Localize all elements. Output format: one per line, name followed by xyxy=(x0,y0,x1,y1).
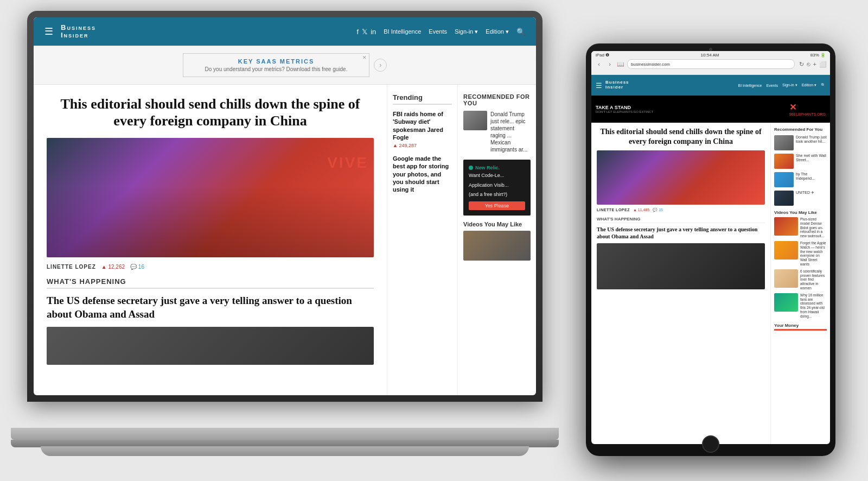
tablet-ad-content: TAKE A STAND DON'T LET ELEPHANTS GO EXTI… xyxy=(596,105,653,113)
tablet-sidebar-item-2[interactable]: She met with Wall Street... xyxy=(774,154,827,169)
article-upvotes[interactable]: ▲ 12,262 xyxy=(101,264,125,270)
tablet-sidebar-item-3[interactable]: by The Independ... xyxy=(774,172,827,187)
tablet-video-text-3: 6 scientifically proven features men fin… xyxy=(800,269,827,290)
whats-happening-label: What's Happening xyxy=(47,277,374,289)
add-icon[interactable]: + xyxy=(813,61,816,68)
sub-headline[interactable]: The US defense secretary just gave a ver… xyxy=(47,294,374,321)
tablet-bi-intelligence[interactable]: BI Intelligence xyxy=(738,84,762,87)
tablet-sidebar-text-4: UNITED ✈ xyxy=(796,191,814,206)
tablet-video-item-3[interactable]: 6 scientifically proven features men fin… xyxy=(774,269,827,290)
tablet-main: This editorial should send chills down t… xyxy=(591,123,830,444)
tablet-ad-org: 96ELEPHANTS.ORG xyxy=(789,112,826,116)
tablet-search-icon[interactable]: 🔍 xyxy=(821,83,826,87)
sidebar-ad-button[interactable]: Yes Please xyxy=(469,201,525,210)
status-right: 83% 🔋 xyxy=(810,53,826,58)
events-link[interactable]: Events xyxy=(429,28,447,35)
tablet-sidebar-item-1[interactable]: Donald Trump just took another hit... xyxy=(774,135,827,150)
tabs-icon[interactable]: ⬜ xyxy=(819,61,827,68)
tablet-comments[interactable]: 💬 15 xyxy=(653,208,663,212)
recommended-title: Recommended For You xyxy=(463,93,531,106)
article-meta: LINETTE LOPEZ ▲ 12,262 💬 16 xyxy=(47,264,374,270)
vive-text: VIVE xyxy=(327,154,368,172)
brand-name: New Relic. xyxy=(475,165,500,170)
linkedin-icon[interactable]: in xyxy=(371,28,376,36)
tablet-sidebar-item-4[interactable]: UNITED ✈ xyxy=(774,191,827,206)
tablet-header-right: BI Intelligence Events Sign-in ▾ Edition… xyxy=(738,83,826,87)
tablet-ad-right: ✕ 96ELEPHANTS.ORG xyxy=(789,102,826,116)
forward-button[interactable]: › xyxy=(605,61,614,67)
search-icon[interactable]: 🔍 xyxy=(516,28,525,36)
ad-close[interactable]: ✕ xyxy=(362,55,367,60)
tablet-sidebar-text-3: by The Independ... xyxy=(796,172,827,187)
laptop-stand-base xyxy=(41,446,529,456)
sidebar-ad-brand: New Relic. xyxy=(469,165,525,170)
laptop-main: This editorial should send chills down t… xyxy=(34,85,536,395)
tablet-video-text-1: Plus-sized model Denise Bidot goes un-re… xyxy=(800,217,827,238)
tablet-author: LINETTE LOPEZ xyxy=(597,208,630,212)
twitter-icon[interactable]: 𝕏 xyxy=(362,28,367,36)
facebook-icon[interactable]: f xyxy=(357,28,359,36)
tablet-your-money-title: Your Money xyxy=(774,323,827,328)
tablet-sidebar-text-1: Donald Trump just took another hit... xyxy=(796,135,827,150)
tablet-screen: iPad ❶ 10:54 AM 83% 🔋 ‹ › 📖 businessinsi… xyxy=(591,51,830,444)
status-left: iPad ❶ xyxy=(596,53,609,58)
tablet-sub-headline[interactable]: The US defense secretary just gave a ver… xyxy=(597,226,765,240)
trending-item-1[interactable]: FBI raids home of 'Subway diet' spokesma… xyxy=(393,110,452,148)
laptop-screen: ☰ Business Insider f 𝕏 in BI Intelligenc… xyxy=(34,17,536,395)
sidebar-recommended-item[interactable]: Donald Trump just rele... epic statement… xyxy=(463,111,531,153)
tablet-recommended-title: Recommended For You xyxy=(774,127,827,132)
sidebar-ad: New Relic. Want Code-Le... Application V… xyxy=(463,160,531,216)
signin-link[interactable]: Sign-in ▾ xyxy=(455,28,478,35)
tablet-bi-logo: Business Insider xyxy=(605,80,629,90)
tablet-video-item-2[interactable]: Forget the Apple Watch — here's the new … xyxy=(774,241,827,267)
tablet-upvotes[interactable]: ▲ 11,485 xyxy=(633,208,649,212)
tablet-body: iPad ❶ 10:54 AM 83% 🔋 ‹ › 📖 businessinsi… xyxy=(586,43,835,456)
tablet-whats-happening-label: What's Happening xyxy=(597,217,765,223)
trending-item-2[interactable]: Google made the best app for storing you… xyxy=(393,155,452,193)
sidebar-ad-text2: Application Visib... xyxy=(469,182,525,189)
tablet-ad-sub-text: DON'T LET ELEPHANTS GO EXTINCT xyxy=(596,110,653,113)
tablet-video-thumb-2 xyxy=(774,241,798,260)
tablet-status-bar: iPad ❶ 10:54 AM 83% 🔋 xyxy=(595,52,827,58)
tablet-videos-list: Plus-sized model Denise Bidot goes un-re… xyxy=(774,217,827,319)
tablet-events[interactable]: Events xyxy=(767,84,778,87)
article-headline: This editorial should send chills down t… xyxy=(47,96,374,129)
tablet-ad-banner: TAKE A STAND DON'T LET ELEPHANTS GO EXTI… xyxy=(591,96,830,123)
sidebar-ad-text3: (and a free shirt?) xyxy=(469,192,525,198)
tablet-menu-icon[interactable]: ☰ xyxy=(596,81,602,90)
recommended-text: Donald Trump just rele... epic statement… xyxy=(490,111,531,153)
sidebar-ad-text1: Want Code-Le... xyxy=(469,173,525,179)
tablet-ad-close[interactable]: ✕ xyxy=(789,102,826,112)
article-comments[interactable]: 💬 16 xyxy=(130,264,144,270)
back-button[interactable]: ‹ xyxy=(595,61,603,67)
laptop-base xyxy=(11,428,559,440)
laptop-header: ☰ Business Insider f 𝕏 in BI Intelligenc… xyxy=(34,17,536,46)
bookmarks-button[interactable]: 📖 xyxy=(616,61,625,68)
ad-arrow[interactable]: › xyxy=(374,59,387,72)
tablet-video-item-1[interactable]: Plus-sized model Denise Bidot goes un-re… xyxy=(774,217,827,238)
tablet-sidebar-thumb-4 xyxy=(774,191,794,206)
share-icon[interactable]: ⎋ xyxy=(807,61,810,68)
tablet-video-thumb-4 xyxy=(774,293,798,312)
tablet-video-thumb-3 xyxy=(774,269,798,288)
tablet-video-item-4[interactable]: Why 16 million fans are obsessed with th… xyxy=(774,293,827,319)
tablet-browser-bar: iPad ❶ 10:54 AM 83% 🔋 ‹ › 📖 businessinsi… xyxy=(591,51,830,75)
tablet-video-text-4: Why 16 million fans are obsessed with th… xyxy=(800,293,827,319)
status-time: 10:54 AM xyxy=(701,53,719,58)
refresh-icon[interactable]: ↻ xyxy=(799,61,804,68)
menu-icon[interactable]: ☰ xyxy=(44,26,53,37)
laptop-article: This editorial should send chills down t… xyxy=(34,85,387,395)
bi-intelligence-link[interactable]: BI Intelligence xyxy=(384,28,421,35)
tablet-bi-header: ☰ Business Insider BI Intelligence Event… xyxy=(591,75,830,96)
edition-link[interactable]: Edition ▾ xyxy=(486,28,509,35)
tablet-home-button[interactable] xyxy=(702,435,719,453)
tablet-url-bar[interactable]: businessinsider.com xyxy=(627,59,795,69)
tablet-sidebar-thumb-3 xyxy=(774,172,794,187)
tablet-signin[interactable]: Sign-in ▾ xyxy=(782,83,797,87)
ad-title: KEY SAAS METRICS xyxy=(205,58,348,65)
tablet-article-image xyxy=(597,150,765,205)
tablet-video-text-2: Forget the Apple Watch — here's the new … xyxy=(800,241,827,267)
article-image: VIVE xyxy=(47,138,374,257)
ad-content: ✕ KEY SAAS METRICS Do you understand you… xyxy=(183,53,370,77)
tablet-edition[interactable]: Edition ▾ xyxy=(802,83,816,87)
